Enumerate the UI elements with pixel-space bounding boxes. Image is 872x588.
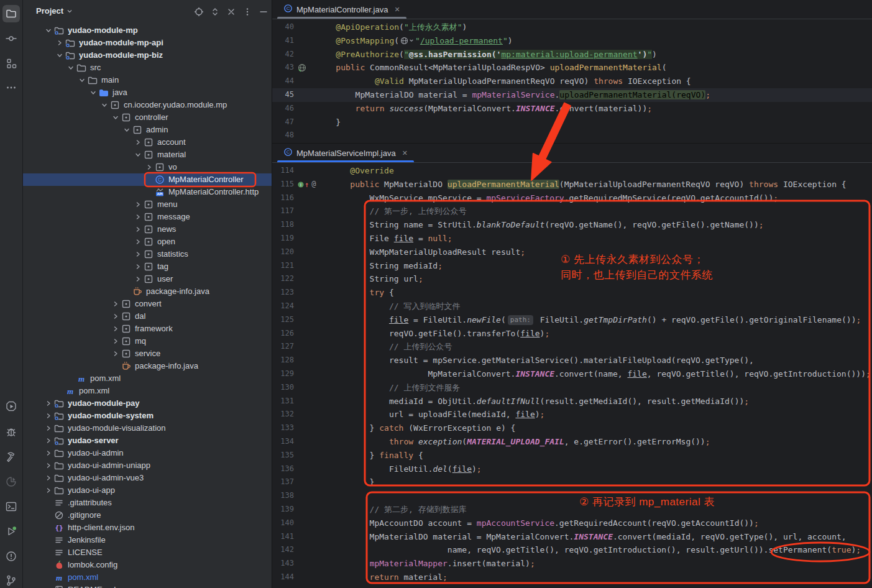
chevron-collapsed-icon[interactable] bbox=[132, 212, 144, 222]
chevron-collapsed-icon[interactable] bbox=[43, 411, 54, 421]
code-line-126[interactable]: 126 reqVO.getFile().transferTo(file); bbox=[272, 327, 872, 341]
chevron-collapsed-icon[interactable] bbox=[110, 299, 121, 309]
chevron-collapsed-icon[interactable] bbox=[54, 38, 65, 48]
tree-item-mq[interactable]: mq bbox=[23, 335, 272, 347]
code-line-118[interactable]: 118 String name = StrUtil.blankToDefault… bbox=[272, 218, 872, 232]
locate-file-button[interactable] bbox=[191, 6, 207, 18]
code-line-120[interactable]: 120 WxMpMaterialUploadResult result; bbox=[272, 246, 872, 259]
chevron-expanded-icon[interactable] bbox=[76, 75, 88, 85]
chevron-collapsed-icon[interactable] bbox=[132, 224, 144, 234]
code-line-139[interactable]: 139 // 第二步, 存储到数据库 bbox=[272, 503, 872, 517]
chevron-collapsed-icon[interactable] bbox=[43, 461, 54, 471]
tree-item-framework[interactable]: framework bbox=[23, 323, 272, 335]
close-icon[interactable]: ✕ bbox=[402, 149, 408, 157]
services-icon[interactable] bbox=[2, 523, 20, 540]
code-line-45[interactable]: 45 MpMaterialDO material = mpMaterialSer… bbox=[272, 88, 872, 102]
chevron-collapsed-icon[interactable] bbox=[43, 448, 54, 458]
line-number[interactable]: 141 bbox=[272, 530, 294, 544]
options-kebab-button[interactable] bbox=[239, 6, 255, 18]
code-line-41[interactable]: 41 @PostMapping("/upload-permanent") bbox=[272, 34, 872, 48]
tree-item-http-client.env.json[interactable]: {} http-client.env.json bbox=[23, 521, 272, 534]
tree-item-MpMaterialController[interactable]: C MpMaterialController bbox=[23, 173, 272, 186]
code-line-125[interactable]: 125 file = FileUtil.newFile(path: FileUt… bbox=[272, 313, 872, 327]
code-line-114[interactable]: 114 @Override bbox=[272, 164, 872, 178]
tree-item-account[interactable]: account bbox=[23, 136, 272, 149]
code-line-134[interactable]: 134 throw exception(MATERIAL_UPLOAD_FAIL… bbox=[272, 435, 872, 449]
chevron-expanded-icon[interactable] bbox=[54, 50, 65, 60]
tree-item-convert[interactable]: convert bbox=[23, 298, 272, 310]
line-number[interactable]: 117 bbox=[272, 204, 294, 218]
tree-item-yudao-ui-admin[interactable]: yudao-ui-admin bbox=[23, 447, 272, 459]
chevron-expanded-icon[interactable] bbox=[65, 63, 76, 73]
line-number[interactable]: 131 bbox=[272, 395, 294, 408]
tree-item-dal[interactable]: dal bbox=[23, 310, 272, 323]
line-number[interactable]: 134 bbox=[272, 435, 294, 449]
code-line-48[interactable]: 48 bbox=[272, 129, 872, 142]
line-number[interactable]: 48 bbox=[272, 129, 294, 142]
chevron-collapsed-icon[interactable] bbox=[144, 162, 155, 172]
chevron-expanded-icon[interactable] bbox=[99, 100, 110, 110]
profiler-icon[interactable] bbox=[2, 473, 20, 490]
commit-icon[interactable] bbox=[2, 30, 20, 47]
tree-item-material[interactable]: material bbox=[23, 149, 272, 161]
tree-item-controller[interactable]: controller bbox=[23, 111, 272, 124]
tree-item-package-info.java[interactable]: package-info.java bbox=[23, 360, 272, 372]
code-line-140[interactable]: 140 MpAccountDO account = mpAccountServi… bbox=[272, 517, 872, 530]
close-icon[interactable]: ✕ bbox=[394, 6, 400, 14]
code-line-44[interactable]: 44 @Valid MpMaterialUploadPermanentReqVO… bbox=[272, 75, 872, 88]
tree-item-yudao-module-system[interactable]: yudao-module-system bbox=[23, 410, 272, 422]
tree-item-user[interactable]: user bbox=[23, 273, 272, 285]
tree-item-yudao-module-visualization[interactable]: yudao-module-visualization bbox=[23, 422, 272, 434]
tree-item-yudao-module-mp-biz[interactable]: yudao-module-mp-biz bbox=[23, 49, 272, 62]
code-line-121[interactable]: 121 String mediaId; bbox=[272, 259, 872, 273]
code-line-119[interactable]: 119 File file = null; bbox=[272, 232, 872, 246]
tree-item-Jenkinsfile[interactable]: Jenkinsfile bbox=[23, 534, 272, 546]
code-line-144[interactable]: 144 return material; bbox=[272, 571, 872, 584]
override-marker-icon[interactable]: I↑@ bbox=[298, 178, 316, 191]
tree-item-src[interactable]: src bbox=[23, 62, 272, 74]
code-line-128[interactable]: 128 result = mpService.getMaterialServic… bbox=[272, 354, 872, 367]
chevron-expanded-icon[interactable] bbox=[121, 125, 132, 135]
code-line-122[interactable]: 122 String url; bbox=[272, 272, 872, 286]
debug-icon[interactable] bbox=[2, 423, 20, 440]
line-number[interactable]: 119 bbox=[272, 232, 294, 246]
line-number[interactable]: 124 bbox=[272, 300, 294, 313]
line-number[interactable]: 144 bbox=[272, 571, 294, 584]
line-number[interactable]: 122 bbox=[272, 272, 294, 286]
chevron-collapsed-icon[interactable] bbox=[110, 311, 121, 321]
tree-item-yudao-module-mp[interactable]: yudao-module-mp bbox=[23, 24, 272, 37]
line-number[interactable]: 143 bbox=[272, 557, 294, 571]
chevron-expanded-icon[interactable] bbox=[110, 113, 121, 122]
tree-item-yudao-server[interactable]: yudao-server bbox=[23, 434, 272, 447]
run-icon[interactable] bbox=[2, 398, 20, 415]
chevron-expanded-icon[interactable] bbox=[43, 25, 54, 35]
line-number[interactable]: 140 bbox=[272, 517, 294, 530]
tree-item-admin[interactable]: admin bbox=[23, 124, 272, 136]
tree-item-LICENSE[interactable]: LICENSE bbox=[23, 546, 272, 559]
code-line-123[interactable]: 123 try { bbox=[272, 286, 872, 300]
collapse-all-button[interactable] bbox=[223, 6, 239, 18]
line-number[interactable]: 127 bbox=[272, 340, 294, 354]
editor-tab-mpmaterialserviceimpl[interactable]: C MpMaterialServiceImpl.java ✕ bbox=[277, 144, 414, 162]
line-number[interactable]: 40 bbox=[272, 21, 294, 34]
tree-item-.gitignore[interactable]: .gitignore bbox=[23, 509, 272, 521]
chevron-collapsed-icon[interactable] bbox=[43, 423, 54, 433]
code-line-137[interactable]: 137 } bbox=[272, 475, 872, 489]
chevron-collapsed-icon[interactable] bbox=[132, 237, 144, 247]
code-line-124[interactable]: 124 // 写入到临时文件 bbox=[272, 300, 872, 313]
tree-item-MpMaterialController.http[interactable]: API MpMaterialController.http bbox=[23, 186, 272, 198]
line-number[interactable]: 139 bbox=[272, 503, 294, 517]
tree-item-tag[interactable]: tag bbox=[23, 260, 272, 273]
code-line-133[interactable]: 133 } catch (WxErrorException e) { bbox=[272, 421, 872, 435]
chevron-collapsed-icon[interactable] bbox=[132, 249, 144, 259]
tree-item-news[interactable]: news bbox=[23, 223, 272, 236]
line-number[interactable]: 129 bbox=[272, 367, 294, 381]
code-line-142[interactable]: 142 name, reqVO.getTitle(), reqVO.getInt… bbox=[272, 543, 872, 557]
tree-item-README.md[interactable]: README.md bbox=[23, 584, 272, 588]
project-folder-icon[interactable] bbox=[2, 5, 20, 22]
line-number[interactable]: 120 bbox=[272, 246, 294, 259]
expand-collapse-button[interactable] bbox=[207, 6, 223, 18]
code-line-130[interactable]: 130 // 上传到文件服务 bbox=[272, 381, 872, 395]
tree-item-pom.xml[interactable]: m pom.xml bbox=[23, 571, 272, 584]
tree-item-package-info.java[interactable]: package-info.java bbox=[23, 285, 272, 298]
